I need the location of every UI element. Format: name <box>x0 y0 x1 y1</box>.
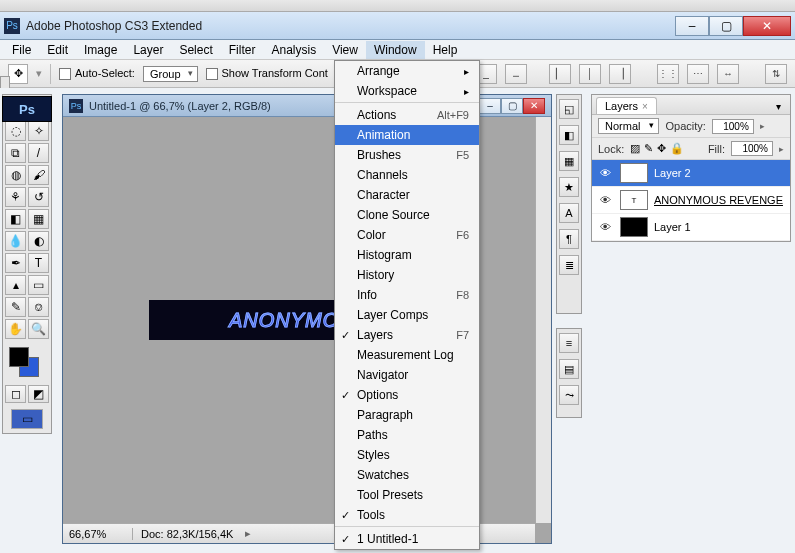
distribute-h-icon[interactable]: ⋮⋮ <box>657 64 679 84</box>
maximize-button[interactable]: ▢ <box>709 16 743 36</box>
type-tool[interactable]: T <box>28 253 49 273</box>
layer-comps-icon[interactable]: ≣ <box>559 255 579 275</box>
menu-layer[interactable]: Layer <box>125 41 171 59</box>
tab-close-icon[interactable]: × <box>642 101 648 112</box>
menu-view[interactable]: View <box>324 41 366 59</box>
channels-icon[interactable]: ▤ <box>559 359 579 379</box>
move-tool-icon[interactable]: ✥ <box>8 64 28 84</box>
align-left-icon[interactable]: ▏ <box>549 64 571 84</box>
layers-icon[interactable]: ≡ <box>559 333 579 353</box>
path-select-tool[interactable]: ▴ <box>5 275 26 295</box>
menuitem-tool-presets[interactable]: Tool Presets <box>335 485 479 505</box>
menuitem-arrange[interactable]: Arrange▸ <box>335 61 479 81</box>
standard-mode-icon[interactable]: ◻ <box>5 385 26 403</box>
visibility-icon[interactable]: 👁 <box>596 167 614 179</box>
quickmask-mode-icon[interactable]: ◩ <box>28 385 49 403</box>
menuitem-paragraph[interactable]: Paragraph <box>335 405 479 425</box>
arrange-icon[interactable]: ⇅ <box>765 64 787 84</box>
menuitem-clone-source[interactable]: Clone Source <box>335 205 479 225</box>
menu-edit[interactable]: Edit <box>39 41 76 59</box>
align-bottom-icon[interactable]: ⎽ <box>505 64 527 84</box>
paragraph-icon[interactable]: ¶ <box>559 229 579 249</box>
zoom-tool[interactable]: 🔍 <box>28 319 49 339</box>
foreground-color-swatch[interactable] <box>9 347 29 367</box>
align-hcenter-icon[interactable]: │ <box>579 64 601 84</box>
distribute-spacing-icon[interactable]: ↔ <box>717 64 739 84</box>
eyedropper-tool[interactable]: ⎊ <box>28 297 49 317</box>
hand-tool[interactable]: ✋ <box>5 319 26 339</box>
menu-help[interactable]: Help <box>425 41 466 59</box>
menuitem-measurement-log[interactable]: Measurement Log <box>335 345 479 365</box>
history-brush-tool[interactable]: ↺ <box>28 187 49 207</box>
layer-row[interactable]: 👁Layer 2 <box>592 160 790 187</box>
lasso-tool[interactable]: ◌ <box>5 121 26 141</box>
menuitem-1-untitled-1[interactable]: ✓1 Untitled-1 <box>335 529 479 549</box>
lock-position-icon[interactable]: ✥ <box>657 142 666 155</box>
minimize-button[interactable]: – <box>675 16 709 36</box>
close-button[interactable]: ✕ <box>743 16 791 36</box>
visibility-icon[interactable]: 👁 <box>596 221 614 233</box>
layer-row[interactable]: 👁Layer 1 <box>592 214 790 241</box>
fill-field[interactable]: 100% <box>731 141 773 156</box>
vertical-scrollbar[interactable] <box>535 117 551 523</box>
doc-close-button[interactable]: ✕ <box>523 98 545 114</box>
menuitem-brushes[interactable]: BrushesF5 <box>335 145 479 165</box>
menuitem-color[interactable]: ColorF6 <box>335 225 479 245</box>
distribute-v-icon[interactable]: ⋯ <box>687 64 709 84</box>
layer-name[interactable]: Layer 1 <box>654 221 786 233</box>
styles-icon[interactable]: ★ <box>559 177 579 197</box>
spot-heal-tool[interactable]: ◍ <box>5 165 26 185</box>
swatches-icon[interactable]: ▦ <box>559 151 579 171</box>
doc-minimize-button[interactable]: – <box>479 98 501 114</box>
auto-select-dropdown[interactable]: Group <box>143 66 198 82</box>
menuitem-history[interactable]: History <box>335 265 479 285</box>
gradient-tool[interactable]: ▦ <box>28 209 49 229</box>
menu-filter[interactable]: Filter <box>221 41 264 59</box>
stamp-tool[interactable]: ⚘ <box>5 187 26 207</box>
menuitem-navigator[interactable]: Navigator <box>335 365 479 385</box>
layers-tab[interactable]: Layers× <box>596 97 657 114</box>
crop-tool[interactable]: ⧉ <box>5 143 26 163</box>
menu-analysis[interactable]: Analysis <box>263 41 324 59</box>
pen-tool[interactable]: ✒ <box>5 253 26 273</box>
screen-mode-button[interactable]: ▭ <box>11 409 43 429</box>
blur-tool[interactable]: 💧 <box>5 231 26 251</box>
eraser-tool[interactable]: ◧ <box>5 209 26 229</box>
visibility-icon[interactable]: 👁 <box>596 194 614 206</box>
menuitem-tools[interactable]: ✓Tools <box>335 505 479 527</box>
menuitem-styles[interactable]: Styles <box>335 445 479 465</box>
quick-select-tool[interactable]: ✧ <box>28 121 49 141</box>
menuitem-layer-comps[interactable]: Layer Comps <box>335 305 479 325</box>
brush-tool[interactable]: 🖌 <box>28 165 49 185</box>
opacity-field[interactable]: 100% <box>712 119 754 134</box>
zoom-field[interactable]: 66,67% <box>63 528 133 540</box>
menuitem-paths[interactable]: Paths <box>335 425 479 445</box>
menuitem-layers[interactable]: ✓LayersF7 <box>335 325 479 345</box>
slice-tool[interactable]: / <box>28 143 49 163</box>
layer-name[interactable]: Layer 2 <box>654 167 786 179</box>
menu-image[interactable]: Image <box>76 41 125 59</box>
character-icon[interactable]: A <box>559 203 579 223</box>
show-transform-checkbox[interactable]: Show Transform Cont <box>206 67 328 80</box>
menuitem-actions[interactable]: ActionsAlt+F9 <box>335 105 479 125</box>
color-icon[interactable]: ◧ <box>559 125 579 145</box>
app-tab-icon[interactable]: Ps <box>2 96 52 122</box>
dodge-tool[interactable]: ◐ <box>28 231 49 251</box>
lock-transparency-icon[interactable]: ▨ <box>630 142 640 155</box>
panel-menu-icon[interactable]: ▾ <box>770 98 786 114</box>
menuitem-options[interactable]: ✓Options <box>335 385 479 405</box>
menuitem-histogram[interactable]: Histogram <box>335 245 479 265</box>
navigator-icon[interactable]: ◱ <box>559 99 579 119</box>
menu-window[interactable]: Window <box>366 41 425 59</box>
color-swatches[interactable] <box>5 345 49 381</box>
layer-name[interactable]: ANONYMOUS REVENGE <box>654 194 786 206</box>
menuitem-character[interactable]: Character <box>335 185 479 205</box>
lock-all-icon[interactable]: 🔒 <box>670 142 684 155</box>
menuitem-workspace[interactable]: Workspace▸ <box>335 81 479 103</box>
lock-pixels-icon[interactable]: ✎ <box>644 142 653 155</box>
paths-icon[interactable]: ⤳ <box>559 385 579 405</box>
blend-mode-dropdown[interactable]: Normal <box>598 118 659 134</box>
layer-row[interactable]: 👁TANONYMOUS REVENGE <box>592 187 790 214</box>
menuitem-info[interactable]: InfoF8 <box>335 285 479 305</box>
notes-tool[interactable]: ✎ <box>5 297 26 317</box>
